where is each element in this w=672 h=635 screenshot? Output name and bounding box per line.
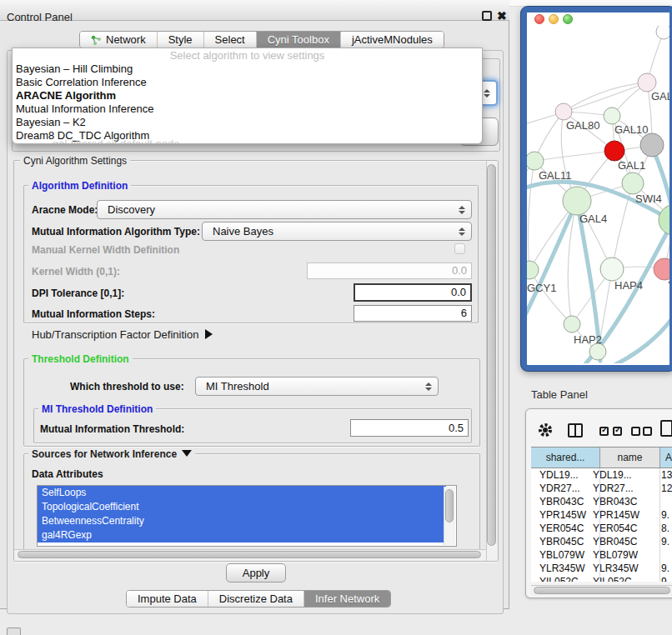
network-node-label: SWI4 — [635, 192, 662, 205]
table-row[interactable]: YDR27...YDR27...12 — [531, 482, 672, 495]
tab-label: Cyni Toolbox — [268, 33, 329, 46]
column-header-a[interactable]: A — [660, 447, 672, 468]
select-all-check-icon[interactable] — [599, 427, 609, 436]
network-window-titlebar[interactable] — [527, 12, 669, 26]
tab-network[interactable]: Network — [80, 32, 158, 48]
column-header-shared-name[interactable]: shared... — [531, 447, 600, 468]
attribute-item-selected[interactable]: TopologicalCoefficient — [38, 500, 446, 514]
dropdown-item[interactable]: Bayesian – Hill Climbing — [13, 62, 482, 76]
attribute-item-selected[interactable]: gal4RGexp — [38, 528, 446, 542]
table-cell: YBR045C — [539, 536, 584, 548]
tab-label: Style — [168, 33, 193, 46]
select-all-check2-icon[interactable] — [613, 427, 622, 436]
table-hscroll-thumb[interactable] — [534, 587, 670, 594]
dropdown-item[interactable]: ARACNE Algorithm — [13, 89, 482, 102]
split-pane-icon[interactable] — [568, 423, 583, 438]
network-canvas[interactable]: GALGAL80GAL10GAL1GAL11SWI4GAL4GCY1HAP4YH… — [527, 26, 669, 363]
network-node[interactable] — [589, 343, 606, 360]
network-view-window[interactable]: GALGAL80GAL10GAL1GAL11SWI4GAL4GCY1HAP4YH… — [521, 7, 672, 371]
settings-hscroll-thumb[interactable] — [18, 551, 481, 558]
network-edge[interactable] — [534, 151, 614, 161]
network-node[interactable] — [659, 205, 669, 235]
network-node-gal4[interactable] — [563, 187, 591, 215]
data-attributes-label: Data Attributes — [32, 468, 103, 480]
attribute-item-selected[interactable]: BetweennessCentrality — [38, 514, 446, 528]
tab-cyni-toolbox[interactable]: Cyni Toolbox — [257, 32, 341, 48]
algorithm-definition-title: Algorithm Definition — [28, 180, 131, 192]
dropdown-item[interactable]: Bayesian – K2 — [13, 116, 482, 129]
minimize-traffic-light-icon[interactable] — [549, 14, 559, 24]
expand-right-icon[interactable] — [205, 329, 213, 339]
network-node-gal10[interactable] — [604, 108, 620, 124]
data-attributes-list[interactable]: SelfLoopsTopologicalCoefficientBetweenne… — [37, 485, 457, 547]
network-node-y[interactable] — [654, 258, 669, 280]
hub-definition-expander[interactable]: Hub/Transcription Factor Definition — [32, 328, 213, 341]
tab-style[interactable]: Style — [158, 32, 204, 48]
table-row[interactable]: YDL19...YDL19...13 — [531, 468, 672, 482]
table-row[interactable]: YBL079WYBL079W — [531, 548, 672, 562]
mi-threshold-field[interactable]: 0.5 — [350, 419, 469, 437]
deselect-all-box-icon[interactable] — [631, 427, 640, 436]
network-node-gal1[interactable] — [604, 141, 624, 161]
zoom-traffic-light-icon[interactable] — [563, 14, 573, 24]
close-traffic-light-icon[interactable] — [534, 14, 544, 24]
network-edge-thick[interactable] — [606, 311, 669, 363]
table-row[interactable]: YIL052CYIL052C9. — [531, 575, 672, 582]
network-node-gal11[interactable] — [527, 152, 544, 170]
tab-discretize-data[interactable]: Discretize Data — [208, 591, 304, 607]
table-row[interactable]: YBR045CYBR045C9. — [531, 535, 672, 548]
table-cell: 13 — [661, 469, 672, 481]
dpi-tolerance-field[interactable]: 0.0 — [354, 283, 472, 302]
gear-icon[interactable] — [537, 422, 554, 438]
mi-steps-field[interactable]: 6 — [354, 305, 472, 322]
control-panel-titlebar[interactable] — [0, 0, 509, 21]
network-graph[interactable]: GALGAL80GAL10GAL1GAL11SWI4GAL4GCY1HAP4YH… — [527, 26, 669, 363]
network-node-gcy1[interactable] — [527, 261, 539, 279]
network-node[interactable] — [640, 133, 664, 157]
table-row[interactable]: YER054CYER054C8. — [531, 522, 672, 535]
aracne-mode-combo[interactable]: Discovery — [97, 200, 472, 219]
tab-label: Select — [215, 33, 245, 46]
dropdown-item[interactable]: Mutual Information Inference — [13, 102, 482, 116]
tab-impute-data[interactable]: Impute Data — [127, 591, 208, 607]
minimized-window-icon[interactable] — [7, 628, 21, 635]
network-node-hap2[interactable] — [564, 316, 580, 332]
table-cell: YDL19... — [539, 469, 579, 481]
mi-type-label: Mutual Information Algorithm Type: — [32, 226, 200, 238]
table-cell: YDL19... — [593, 469, 632, 481]
node-table[interactable]: YDL19...YDL19...13YDR27...YDR27...12YBR0… — [531, 468, 672, 582]
which-threshold-combo[interactable]: MI Threshold — [195, 377, 439, 396]
mi-type-combo[interactable]: Naive Bayes — [202, 222, 472, 241]
manual-kernel-checkbox[interactable] — [454, 243, 465, 254]
attribute-item-selected[interactable]: SelfLoops — [38, 486, 446, 500]
list-vertical-scrollbar[interactable] — [444, 487, 455, 545]
sources-group-title[interactable]: Sources for Network Inference — [28, 448, 195, 460]
network-edge[interactable] — [528, 161, 534, 270]
bottom-tabbar: Impute DataDiscretize DataInfer Network — [126, 590, 391, 608]
network-node-swi4[interactable] — [622, 172, 644, 194]
column-header-name[interactable]: name — [600, 447, 660, 468]
table-row[interactable]: YBR043CYBR043C — [531, 495, 672, 508]
network-node-gal[interactable] — [638, 73, 656, 92]
network-node-hap4[interactable] — [600, 258, 624, 281]
table-row[interactable]: YPR145WYPR145W9. — [531, 508, 672, 522]
network-node[interactable] — [656, 26, 669, 39]
settings-vscroll-thumb[interactable] — [487, 164, 496, 546]
close-window-icon[interactable]: ✖ — [497, 9, 507, 22]
table-row[interactable]: YLR345WYLR345W9. — [531, 562, 672, 575]
deselect-all-box2-icon[interactable] — [643, 427, 652, 436]
float-window-icon[interactable] — [482, 11, 492, 21]
apply-button[interactable]: Apply — [226, 563, 286, 582]
document-icon[interactable] — [660, 420, 672, 437]
tab-select[interactable]: Select — [204, 32, 257, 48]
tab-infer-network[interactable]: Infer Network — [304, 591, 390, 607]
list-scrollbar-thumb[interactable] — [445, 489, 454, 522]
collapse-down-icon[interactable] — [182, 450, 192, 457]
kernel-width-field[interactable]: 0.0 — [307, 262, 472, 279]
table-cell: YIL052C — [593, 576, 632, 582]
dropdown-item[interactable]: Basic Correlation Inference — [13, 76, 482, 89]
table-cell: YDR27... — [539, 482, 580, 494]
table-cell: YER054C — [539, 522, 584, 534]
tab-jactivemnodules[interactable]: jActiveMNodules — [341, 32, 444, 48]
network-node-gal80[interactable] — [555, 103, 572, 120]
